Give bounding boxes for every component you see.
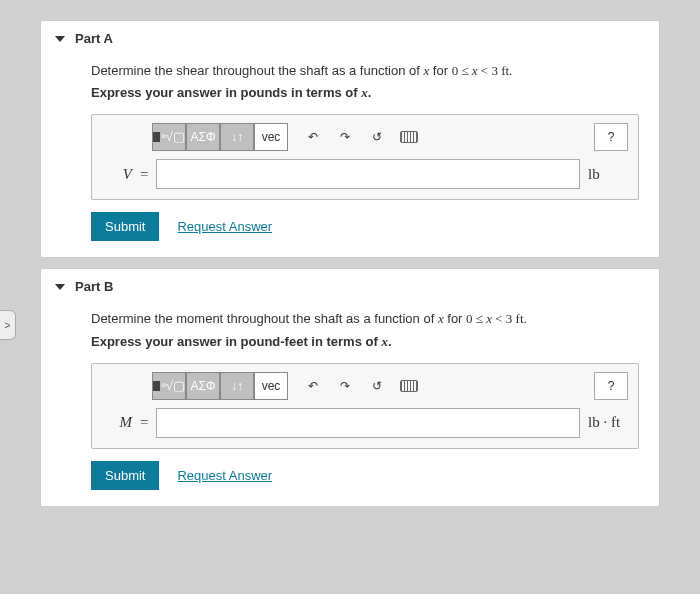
subsup-button[interactable]: ↓↑ bbox=[220, 123, 254, 151]
part-a-unit: lb bbox=[588, 166, 628, 183]
part-a-prompt: Determine the shear throughout the shaft… bbox=[91, 62, 639, 80]
part-a-express: Express your answer in pounds in terms o… bbox=[91, 84, 639, 102]
keyboard-button[interactable] bbox=[394, 123, 424, 151]
caret-down-icon bbox=[55, 284, 65, 290]
part-a-title: Part A bbox=[75, 31, 113, 46]
part-b-toolbar: ⁿ√▢ ΑΣΦ ↓↑ vec ↶ ↷ ↺ ? bbox=[102, 372, 628, 408]
part-b-unit: lb · ft bbox=[588, 414, 628, 431]
greek-button[interactable]: ΑΣΦ bbox=[186, 372, 220, 400]
part-a-answer-box: ⁿ√▢ ΑΣΦ ↓↑ vec ↶ ↷ ↺ ? V = lb bbox=[91, 114, 639, 200]
subsup-button[interactable]: ↓↑ bbox=[220, 372, 254, 400]
templates-button[interactable]: ⁿ√▢ bbox=[152, 123, 186, 151]
part-b-submit-button[interactable]: Submit bbox=[91, 461, 159, 490]
help-button[interactable]: ? bbox=[594, 123, 628, 151]
undo-button[interactable]: ↶ bbox=[298, 372, 328, 400]
part-a-request-answer-link[interactable]: Request Answer bbox=[177, 219, 272, 234]
keyboard-icon bbox=[400, 380, 418, 392]
templates-button[interactable]: ⁿ√▢ bbox=[152, 372, 186, 400]
part-a-submit-button[interactable]: Submit bbox=[91, 212, 159, 241]
part-a-panel: Part A Determine the shear throughout th… bbox=[40, 20, 660, 258]
part-b-header[interactable]: Part B bbox=[41, 269, 659, 304]
part-b-answer-box: ⁿ√▢ ΑΣΦ ↓↑ vec ↶ ↷ ↺ ? M = lb · ft bbox=[91, 363, 639, 449]
part-a-toolbar: ⁿ√▢ ΑΣΦ ↓↑ vec ↶ ↷ ↺ ? bbox=[102, 123, 628, 159]
part-b-answer-input[interactable] bbox=[156, 408, 580, 438]
part-b-express: Express your answer in pound-feet in ter… bbox=[91, 333, 639, 351]
keyboard-icon bbox=[400, 131, 418, 143]
part-b-title: Part B bbox=[75, 279, 113, 294]
vec-button[interactable]: vec bbox=[254, 123, 288, 151]
redo-button[interactable]: ↷ bbox=[330, 123, 360, 151]
part-a-answer-input[interactable] bbox=[156, 159, 580, 189]
part-b-panel: Part B Determine the moment throughout t… bbox=[40, 268, 660, 506]
answer-var-label: M bbox=[102, 414, 132, 431]
reset-button[interactable]: ↺ bbox=[362, 372, 392, 400]
redo-button[interactable]: ↷ bbox=[330, 372, 360, 400]
keyboard-button[interactable] bbox=[394, 372, 424, 400]
part-a-header[interactable]: Part A bbox=[41, 21, 659, 56]
help-button[interactable]: ? bbox=[594, 372, 628, 400]
caret-down-icon bbox=[55, 36, 65, 42]
reset-button[interactable]: ↺ bbox=[362, 123, 392, 151]
vec-button[interactable]: vec bbox=[254, 372, 288, 400]
undo-button[interactable]: ↶ bbox=[298, 123, 328, 151]
part-b-request-answer-link[interactable]: Request Answer bbox=[177, 468, 272, 483]
side-expand-tab[interactable]: > bbox=[0, 310, 16, 340]
answer-var-label: V bbox=[102, 166, 132, 183]
greek-button[interactable]: ΑΣΦ bbox=[186, 123, 220, 151]
part-b-prompt: Determine the moment throughout the shaf… bbox=[91, 310, 639, 328]
